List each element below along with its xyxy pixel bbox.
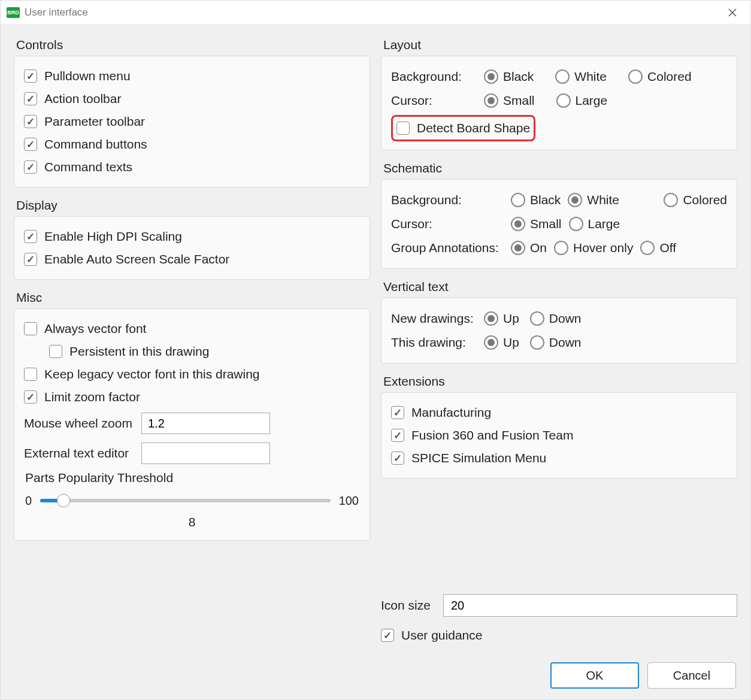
label-small: Small	[503, 93, 535, 108]
label-fusion: Fusion 360 and Fusion Team	[411, 428, 573, 443]
slider-parts-threshold[interactable]	[40, 499, 331, 502]
label-new-drawings: New drawings:	[391, 311, 484, 326]
radio-annot-off[interactable]	[640, 241, 655, 255]
highlight-detect-board-shape: Detect Board Shape	[391, 115, 535, 141]
radio-layout-cursor-large[interactable]	[556, 93, 571, 108]
group-title-vertical-text: Vertical text	[381, 280, 737, 294]
dialog-content: Controls Pulldown menu Action toolbar Pa…	[1, 25, 750, 651]
label-parameter-toolbar: Parameter toolbar	[44, 114, 145, 129]
ok-button[interactable]: OK	[550, 662, 639, 689]
label-schem-small: Small	[530, 217, 562, 231]
radio-schem-cursor-large[interactable]	[569, 217, 583, 231]
checkbox-keep-legacy[interactable]	[24, 368, 37, 381]
group-title-display: Display	[14, 198, 370, 213]
radio-layout-bg-white[interactable]	[555, 69, 570, 84]
radio-new-down[interactable]	[530, 311, 544, 326]
checkbox-parameter-toolbar[interactable]	[24, 115, 37, 128]
radio-layout-bg-colored[interactable]	[628, 69, 643, 84]
label-group-annotations: Group Annotations:	[391, 241, 511, 255]
group-controls: Pulldown menu Action toolbar Parameter t…	[14, 56, 370, 187]
group-title-layout: Layout	[381, 38, 737, 52]
dialog-window: BRD User interface Controls Pulldown men…	[0, 0, 751, 700]
label-spice: SPICE Simulation Menu	[411, 451, 546, 465]
label-schem-large: Large	[588, 217, 620, 231]
label-pulldown-menu: Pulldown menu	[44, 69, 131, 83]
group-title-extensions: Extensions	[381, 374, 737, 389]
group-vertical-text: New drawings: Up Down This drawing: Up D…	[381, 298, 737, 363]
label-always-vector-font: Always vector font	[44, 322, 146, 336]
checkbox-user-guidance[interactable]	[381, 629, 394, 642]
group-extensions: Manufacturing Fusion 360 and Fusion Team…	[381, 392, 737, 478]
input-mouse-wheel-zoom[interactable]	[141, 413, 270, 434]
radio-schem-cursor-small[interactable]	[511, 217, 525, 231]
close-button[interactable]	[720, 4, 744, 22]
checkbox-command-texts[interactable]	[24, 160, 37, 174]
radio-schem-bg-black[interactable]	[511, 193, 525, 207]
checkbox-high-dpi[interactable]	[24, 230, 37, 243]
radio-layout-cursor-small[interactable]	[484, 93, 498, 108]
label-detect-board-shape: Detect Board Shape	[417, 121, 530, 135]
checkbox-always-vector-font[interactable]	[24, 322, 37, 335]
cancel-button[interactable]: Cancel	[647, 662, 736, 689]
checkbox-detect-board-shape[interactable]	[396, 122, 410, 135]
checkbox-manufacturing[interactable]	[391, 406, 404, 419]
label-schem-black: Black	[530, 193, 561, 207]
label-layout-cursor: Cursor:	[391, 93, 484, 108]
slider-value: 8	[25, 515, 359, 529]
label-user-guidance: User guidance	[401, 628, 482, 643]
label-colored: Colored	[647, 69, 692, 84]
label-white: White	[574, 69, 607, 84]
label-mouse-wheel-zoom: Mouse wheel zoom	[24, 416, 141, 431]
radio-this-down[interactable]	[530, 335, 544, 350]
close-icon	[728, 8, 737, 17]
radio-schem-bg-colored[interactable]	[664, 193, 678, 207]
label-off: Off	[659, 241, 676, 255]
radio-this-up[interactable]	[484, 335, 498, 350]
radio-layout-bg-black[interactable]	[484, 69, 498, 84]
buttons-row: OK Cancel	[1, 651, 750, 699]
group-title-schematic: Schematic	[381, 161, 737, 175]
radio-schem-bg-white[interactable]	[568, 193, 582, 207]
label-new-down: Down	[549, 311, 582, 326]
label-this-drawing: This drawing:	[391, 335, 484, 350]
checkbox-auto-scale[interactable]	[24, 253, 37, 266]
label-schem-white: White	[587, 193, 619, 207]
label-high-dpi: Enable High DPI Scaling	[44, 229, 182, 244]
label-parts-threshold: Parts Popularity Threshold	[25, 471, 359, 485]
slider-min: 0	[25, 494, 32, 508]
label-layout-background: Background:	[391, 69, 484, 84]
checkbox-spice[interactable]	[391, 451, 404, 465]
bottom-area: Icon size User guidance	[381, 588, 737, 647]
checkbox-fusion[interactable]	[391, 429, 404, 442]
slider-thumb[interactable]	[57, 494, 70, 507]
label-schem-cursor: Cursor:	[391, 217, 511, 231]
label-keep-legacy: Keep legacy vector font in this drawing	[44, 367, 260, 381]
label-action-toolbar: Action toolbar	[44, 92, 121, 106]
checkbox-persistent[interactable]	[49, 345, 62, 358]
label-command-buttons: Command buttons	[44, 137, 147, 151]
radio-annot-hover[interactable]	[554, 241, 568, 255]
checkbox-pulldown-menu[interactable]	[24, 69, 37, 83]
group-schematic: Background: Black White Colored Cursor: …	[381, 179, 737, 269]
label-external-editor: External text editor	[24, 446, 141, 460]
titlebar: BRD User interface	[1, 1, 750, 25]
label-icon-size: Icon size	[381, 598, 435, 613]
input-external-editor[interactable]	[141, 443, 270, 464]
group-title-misc: Misc	[14, 290, 370, 305]
radio-new-up[interactable]	[484, 311, 498, 326]
label-this-up: Up	[503, 335, 519, 350]
label-on: On	[530, 241, 547, 255]
group-misc: Always vector font Persistent in this dr…	[14, 308, 370, 541]
label-new-up: Up	[503, 311, 519, 326]
checkbox-limit-zoom[interactable]	[24, 390, 37, 404]
checkbox-command-buttons[interactable]	[24, 138, 37, 151]
checkbox-action-toolbar[interactable]	[24, 92, 37, 105]
window-title: User interface	[25, 7, 88, 19]
label-manufacturing: Manufacturing	[411, 405, 491, 420]
input-icon-size[interactable]	[443, 594, 737, 617]
label-persistent: Persistent in this drawing	[69, 344, 209, 359]
label-schem-background: Background:	[391, 193, 511, 207]
radio-annot-on[interactable]	[511, 241, 525, 255]
label-hover: Hover only	[573, 241, 633, 255]
group-display: Enable High DPI Scaling Enable Auto Scre…	[14, 216, 370, 280]
